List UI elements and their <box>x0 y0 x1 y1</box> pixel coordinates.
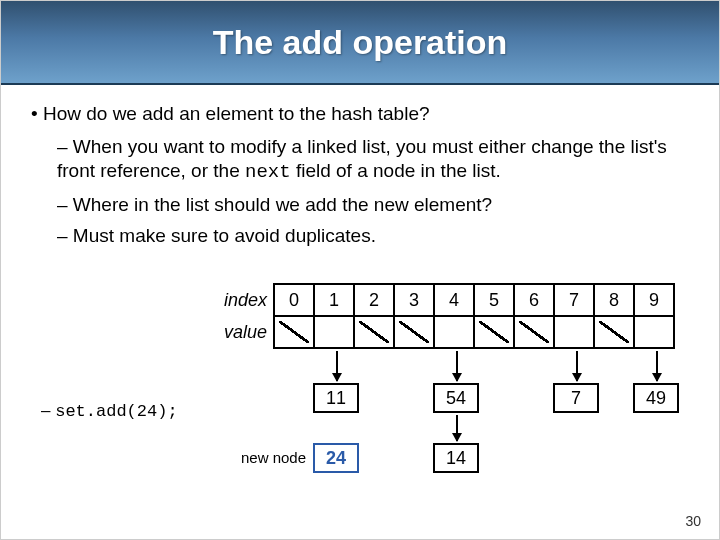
val-5 <box>474 316 514 348</box>
idx-2: 2 <box>354 284 394 316</box>
title-band: The add operation <box>1 1 719 85</box>
sub-item-1: – When you want to modify a linked list,… <box>57 135 693 185</box>
node-54: 54 <box>433 383 479 413</box>
idx-1: 1 <box>314 284 354 316</box>
bullet-main-text: How do we add an element to the hash tab… <box>43 103 430 124</box>
row-index-label: index <box>216 284 274 316</box>
sub3: Must make sure to avoid duplicates. <box>73 225 376 246</box>
bullet-main: • How do we add an element to the hash t… <box>31 103 693 125</box>
row-value: value <box>216 316 674 348</box>
node-49: 49 <box>633 383 679 413</box>
idx-0: 0 <box>274 284 314 316</box>
idx-6: 6 <box>514 284 554 316</box>
idx-3: 3 <box>394 284 434 316</box>
node-24-new: 24 <box>313 443 359 473</box>
idx-4: 4 <box>434 284 474 316</box>
idx-8: 8 <box>594 284 634 316</box>
sub-item-2: – Where in the list should we add the ne… <box>57 193 693 217</box>
node-7: 7 <box>553 383 599 413</box>
val-7 <box>554 316 594 348</box>
arrow-bucket-9 <box>656 351 658 381</box>
idx-5: 5 <box>474 284 514 316</box>
arrow-bucket-4 <box>456 351 458 381</box>
val-9 <box>634 316 674 348</box>
row-index: index 0 1 2 3 4 5 6 7 8 9 <box>216 284 674 316</box>
slide: The add operation • How do we add an ele… <box>0 0 720 540</box>
val-8 <box>594 316 634 348</box>
sub-list: – When you want to modify a linked list,… <box>57 135 693 248</box>
hash-table-grid: index 0 1 2 3 4 5 6 7 8 9 value <box>216 283 675 349</box>
idx-9: 9 <box>634 284 674 316</box>
val-6 <box>514 316 554 348</box>
arrow-bucket-1 <box>336 351 338 381</box>
sub1b: field of a node in the list. <box>291 160 501 181</box>
val-4 <box>434 316 474 348</box>
node-11: 11 <box>313 383 359 413</box>
sub1-code: next <box>245 161 291 183</box>
val-3 <box>394 316 434 348</box>
slide-title: The add operation <box>213 23 508 62</box>
arrow-54-to-14 <box>456 415 458 441</box>
node-14: 14 <box>433 443 479 473</box>
hash-table: index 0 1 2 3 4 5 6 7 8 9 value <box>216 283 675 349</box>
arrow-bucket-7 <box>576 351 578 381</box>
content-area: • How do we add an element to the hash t… <box>1 85 719 248</box>
page-number: 30 <box>685 513 701 529</box>
row-value-label: value <box>216 316 274 348</box>
code-call: set.add(24); <box>41 401 178 421</box>
val-0 <box>274 316 314 348</box>
idx-7: 7 <box>554 284 594 316</box>
sub-item-3: – Must make sure to avoid duplicates. <box>57 224 693 248</box>
val-1 <box>314 316 354 348</box>
val-2 <box>354 316 394 348</box>
sub2: Where in the list should we add the new … <box>73 194 492 215</box>
new-node-label: new node <box>241 449 306 466</box>
